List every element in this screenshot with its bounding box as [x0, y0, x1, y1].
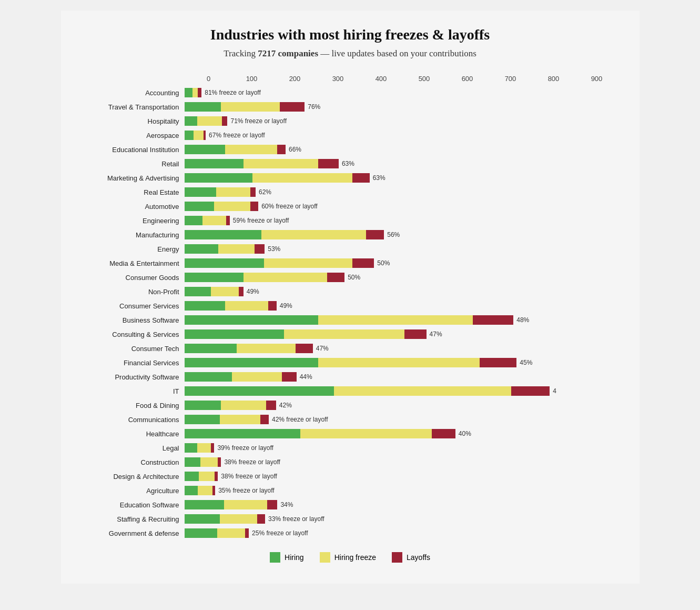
bar-row: IT4 [72, 385, 629, 397]
axis-tick-label: 100 [230, 75, 273, 83]
bar-wrapper: 67% freeze or layoff [185, 131, 629, 140]
bar-wrapper: 35% freeze or layoff [185, 486, 629, 495]
bar-wrapper: 50% [185, 258, 629, 268]
seg-layoffs [318, 159, 339, 168]
bar-row: Financial Services45% [72, 357, 629, 368]
bar-percentage-label: 48% [516, 316, 529, 324]
seg-layoffs [257, 514, 266, 524]
bar-row: Business Software48% [72, 314, 629, 326]
bar-row: Design & Architecture38% freeze or layof… [72, 471, 629, 482]
bar-row: Government & defense25% freeze or layoff [72, 527, 629, 539]
row-label: Agriculture [72, 487, 185, 495]
bar-percentage-label: 53% [268, 245, 280, 253]
seg-hiring [185, 244, 219, 254]
bar-row: Educational Institution66% [72, 144, 629, 155]
seg-layoffs [260, 415, 269, 424]
bar-wrapper: 42% [185, 401, 629, 410]
seg-layoffs [245, 528, 249, 538]
bar-segments [185, 131, 206, 140]
seg-freeze [221, 102, 280, 112]
bar-row: Energy53% [72, 243, 629, 255]
seg-hiring [185, 528, 217, 538]
legend-item: Hiring freeze [320, 552, 376, 563]
seg-freeze [194, 131, 204, 140]
row-label: Real Estate [72, 188, 185, 196]
bar-percentage-label: 39% freeze or layoff [217, 444, 273, 452]
seg-hiring [185, 88, 193, 97]
bar-row: Retail63% [72, 158, 629, 169]
seg-layoffs [327, 273, 344, 282]
seg-hiring [185, 301, 226, 311]
bar-wrapper: 59% freeze or layoff [185, 216, 629, 225]
row-label: Non-Profit [72, 288, 185, 296]
seg-freeze [199, 472, 215, 481]
bar-percentage-label: 40% [459, 430, 471, 437]
bar-wrapper: 4 [185, 386, 629, 396]
seg-layoffs [296, 344, 313, 353]
seg-freeze [284, 329, 404, 339]
bar-row: Marketing & Advertising63% [72, 172, 629, 184]
bar-percentage-label: 63% [373, 174, 385, 182]
seg-hiring [185, 315, 319, 325]
axis-tick-label: 700 [489, 75, 532, 83]
bar-segments [185, 216, 230, 225]
row-label: Construction [72, 458, 185, 466]
seg-freeze [218, 244, 255, 254]
bar-segments [185, 329, 427, 339]
subtitle-bold: 7217 companies [258, 48, 318, 58]
legend-item: Hiring [270, 552, 304, 563]
bar-row: Consumer Services49% [72, 300, 629, 312]
seg-hiring [185, 329, 285, 339]
chart-legend: HiringHiring freezeLayoffs [72, 552, 629, 563]
bar-row: Productivity Software44% [72, 371, 629, 383]
bar-percentage-label: 60% freeze or layoff [261, 203, 318, 210]
seg-hiring [185, 102, 221, 112]
bar-wrapper: 62% [185, 187, 629, 197]
bar-percentage-label: 33% freeze or layoff [268, 515, 324, 523]
row-label: Marketing & Advertising [72, 174, 185, 182]
seg-layoffs [239, 287, 244, 296]
bar-row: Manufacturing56% [72, 229, 629, 241]
legend-color-box [392, 552, 402, 563]
seg-freeze [244, 159, 318, 168]
seg-freeze [225, 145, 277, 154]
bar-percentage-label: 47% [430, 331, 442, 338]
bar-wrapper: 63% [185, 159, 629, 168]
seg-layoffs [198, 88, 201, 97]
bar-segments [185, 145, 286, 154]
legend-item: Layoffs [392, 552, 430, 563]
seg-hiring [185, 273, 244, 282]
bar-percentage-label: 38% freeze or layoff [221, 473, 277, 480]
legend-label: Hiring freeze [334, 553, 376, 562]
bar-row: Real Estate62% [72, 186, 629, 198]
seg-freeze [211, 287, 239, 296]
bar-segments [185, 301, 277, 311]
bar-row: Construction38% freeze or layoff [72, 456, 629, 468]
bar-percentage-label: 49% [280, 302, 292, 309]
seg-hiring [185, 230, 262, 239]
bar-segments [185, 528, 249, 538]
bar-wrapper: 47% [185, 329, 629, 339]
seg-hiring [185, 287, 211, 296]
bar-row: Healthcare40% [72, 428, 629, 439]
bar-wrapper: 81% freeze or layoff [185, 88, 629, 97]
seg-hiring [185, 131, 194, 140]
bar-percentage-label: 56% [387, 231, 400, 238]
axis-tick-label: 500 [403, 75, 446, 83]
bar-wrapper: 63% [185, 173, 629, 183]
bar-wrapper: 34% [185, 500, 629, 509]
seg-layoffs [511, 386, 550, 396]
bar-wrapper: 76% [185, 102, 629, 112]
bar-wrapper: 42% freeze or layoff [185, 415, 629, 424]
bar-wrapper: 40% [185, 429, 629, 438]
seg-hiring [185, 159, 244, 168]
bar-segments [185, 386, 550, 396]
row-label: Financial Services [72, 359, 185, 367]
seg-freeze [232, 372, 282, 382]
bar-segments [185, 315, 514, 325]
bar-segments [185, 187, 256, 197]
bar-segments [185, 472, 218, 481]
seg-freeze [261, 230, 366, 239]
bar-percentage-label: 62% [259, 188, 271, 196]
row-label: Staffing & Recruiting [72, 515, 185, 523]
